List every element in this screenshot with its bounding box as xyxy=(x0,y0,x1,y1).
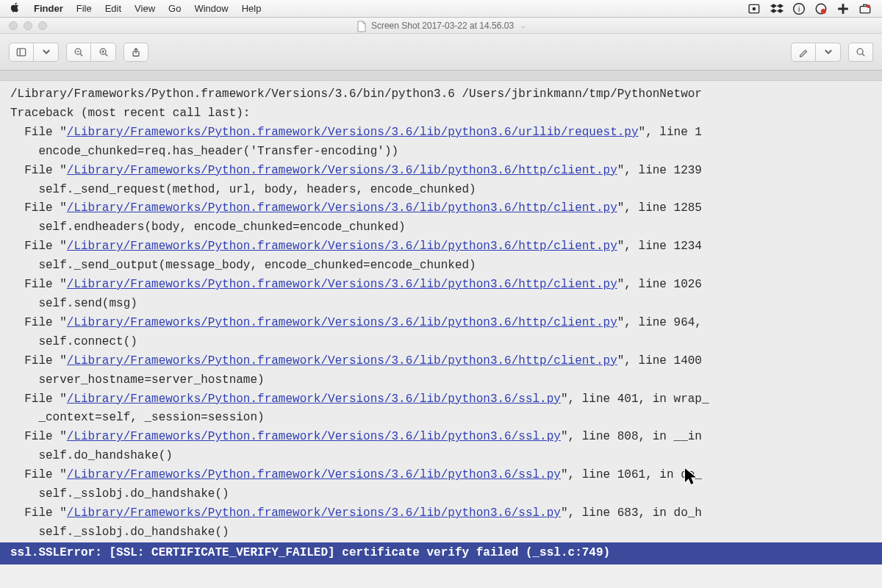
traceback-frame-code: self.send(msg) xyxy=(10,295,872,314)
file-path-link[interactable]: /Library/Frameworks/Python.framework/Ver… xyxy=(67,240,617,253)
traceback-frame-code: server_hostname=server_hostname) xyxy=(10,371,872,390)
traceback-frame-file: File "/Library/Frameworks/Python.framewo… xyxy=(10,466,872,485)
zoom-out-button[interactable] xyxy=(66,43,91,62)
file-path-link[interactable]: /Library/Frameworks/Python.framework/Ver… xyxy=(67,468,561,481)
window-title-text: Screen Shot 2017-03-22 at 14.56.03 xyxy=(371,21,514,31)
file-path-link[interactable]: /Library/Frameworks/Python.framework/Ver… xyxy=(67,354,617,368)
sidebar-toggle-button[interactable] xyxy=(9,43,34,62)
title-chevron-icon: ⌵ xyxy=(521,21,526,29)
menu-edit[interactable]: Edit xyxy=(105,3,121,14)
toolbox-icon[interactable] xyxy=(858,2,872,15)
traceback-frame-file: File "/Library/Frameworks/Python.framewo… xyxy=(10,199,872,218)
search-button[interactable] xyxy=(848,43,873,62)
traceback-frame-code: self._send_output(message_body, encode_c… xyxy=(10,257,872,276)
file-path-link[interactable]: /Library/Frameworks/Python.framework/Ver… xyxy=(67,201,617,215)
traceback-frame-file: File "/Library/Frameworks/Python.framewo… xyxy=(10,123,872,143)
record-status-icon[interactable] xyxy=(814,2,828,15)
menu-view[interactable]: View xyxy=(135,3,155,14)
macos-menubar: Finder File Edit View Go Window Help i xyxy=(0,0,882,18)
traceback-frame-file: File "/Library/Frameworks/Python.framewo… xyxy=(10,162,872,181)
file-path-link[interactable]: /Library/Frameworks/Python.framework/Ver… xyxy=(67,278,617,291)
traceback-frame-code: self.connect() xyxy=(10,333,872,352)
traceback-frame-code: self.endheaders(body, encode_chunked=enc… xyxy=(10,218,872,237)
traceback-frame-file: File "/Library/Frameworks/Python.framewo… xyxy=(10,276,872,295)
error-line: ssl.SSLError: [SSL: CERTIFICATE_VERIFY_F… xyxy=(0,542,882,564)
traceback-frame-file: File "/Library/Frameworks/Python.framewo… xyxy=(10,390,872,409)
traceback-frame-file: File "/Library/Frameworks/Python.framewo… xyxy=(10,504,872,523)
share-button[interactable] xyxy=(123,43,148,62)
zoom-group xyxy=(66,43,116,62)
svg-point-18 xyxy=(857,49,863,54)
menubar-app-name[interactable]: Finder xyxy=(34,3,63,14)
file-path-link[interactable]: /Library/Frameworks/Python.framework/Ver… xyxy=(67,392,561,406)
minimize-window-button[interactable] xyxy=(24,21,32,30)
svg-rect-8 xyxy=(17,49,25,56)
menu-help[interactable]: Help xyxy=(242,3,262,14)
markup-dropdown-button[interactable] xyxy=(816,43,841,62)
traceback-frame-code: self.do_handshake() xyxy=(10,447,872,466)
traceback-frame-code: self._sslobj.do_handshake() xyxy=(10,485,872,504)
traffic-lights xyxy=(0,21,47,30)
traceback-frame-file: File "/Library/Frameworks/Python.framewo… xyxy=(10,428,872,447)
traceback-frame-file: File "/Library/Frameworks/Python.framewo… xyxy=(10,352,872,371)
preview-toolbar xyxy=(0,34,882,71)
window-title: Screen Shot 2017-03-22 at 14.56.03 ⌵ xyxy=(0,21,882,31)
traceback-frame-file: File "/Library/Frameworks/Python.framewo… xyxy=(10,314,872,333)
menu-file[interactable]: File xyxy=(76,3,92,14)
traceback-frame-code: self._send_request(method, url, body, he… xyxy=(10,181,872,200)
svg-line-11 xyxy=(80,54,82,56)
traceback-frame-code: _context=self, _session=session) xyxy=(10,409,872,428)
close-window-button[interactable] xyxy=(9,21,18,30)
plus-icon[interactable] xyxy=(836,2,850,15)
file-path-link[interactable]: /Library/Frameworks/Python.framework/Ver… xyxy=(67,126,639,139)
sidebar-toggle-group xyxy=(9,43,59,62)
zoom-in-button[interactable] xyxy=(91,43,116,62)
traceback-frame-code: encode_chunked=req.has_header('Transfer-… xyxy=(10,143,872,162)
traceback-view: /Library/Frameworks/Python.framework/Ver… xyxy=(0,81,882,564)
sidebar-dropdown-button[interactable] xyxy=(34,43,59,62)
svg-line-14 xyxy=(105,54,107,56)
dropbox-icon[interactable] xyxy=(770,2,784,15)
file-path-link[interactable]: /Library/Frameworks/Python.framework/Ver… xyxy=(67,316,617,329)
menubar-tray: i xyxy=(748,2,872,15)
markup-group xyxy=(791,43,841,62)
traceback-header: Traceback (most recent call last): xyxy=(10,104,872,123)
file-path-link[interactable]: /Library/Frameworks/Python.framework/Ver… xyxy=(67,164,617,177)
window-titlebar: Screen Shot 2017-03-22 at 14.56.03 ⌵ xyxy=(0,18,882,34)
zoom-window-button[interactable] xyxy=(38,21,47,30)
svg-point-7 xyxy=(867,4,870,8)
traceback-frame-code: self._sslobj.do_handshake() xyxy=(10,523,872,542)
menu-go[interactable]: Go xyxy=(168,3,181,14)
traceback-frame-file: File "/Library/Frameworks/Python.framewo… xyxy=(10,237,872,257)
menu-window[interactable]: Window xyxy=(194,3,228,14)
screen-record-icon[interactable] xyxy=(748,2,761,15)
svg-point-1 xyxy=(753,7,756,10)
info-icon[interactable]: i xyxy=(792,2,806,15)
command-line: /Library/Frameworks/Python.framework/Ver… xyxy=(10,85,872,104)
menubar-left: Finder File Edit View Go Window Help xyxy=(10,2,261,15)
svg-point-5 xyxy=(821,9,826,14)
svg-text:i: i xyxy=(798,4,800,12)
file-path-link[interactable]: /Library/Frameworks/Python.framework/Ver… xyxy=(67,430,561,443)
toolbar-separator xyxy=(0,71,882,81)
svg-line-19 xyxy=(862,54,864,56)
file-path-link[interactable]: /Library/Frameworks/Python.framework/Ver… xyxy=(67,506,561,520)
document-icon xyxy=(356,21,367,31)
apple-logo-icon[interactable] xyxy=(10,2,21,15)
markup-button[interactable] xyxy=(791,43,816,62)
